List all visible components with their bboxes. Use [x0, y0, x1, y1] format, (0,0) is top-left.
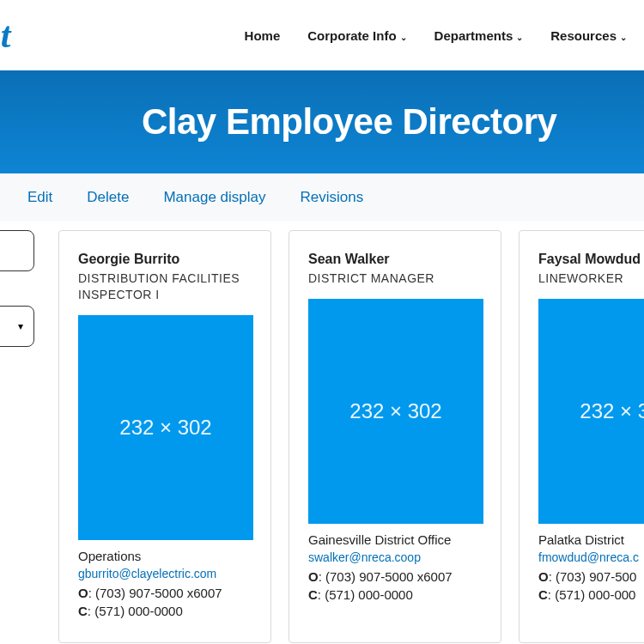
employee-department: Palatka District — [538, 532, 644, 547]
employee-cell-phone: C: (571) 000-000 — [538, 587, 644, 602]
tab-revisions[interactable]: Revisions — [301, 189, 364, 206]
primary-nav: Home Corporate Info ⌄ Departments ⌄ Reso… — [245, 28, 627, 43]
tab-delete[interactable]: Delete — [87, 189, 129, 206]
office-value: (703) 907-500 — [556, 569, 636, 584]
employee-department: Gainesville District Office — [308, 532, 482, 547]
employee-name: Sean Walker — [308, 252, 482, 267]
employee-cell-phone: C: (571) 000-0000 — [308, 587, 482, 602]
employee-title: DISTRICT MANAGER — [308, 270, 482, 287]
employee-office-phone: O: (703) 907-5000 x6007 — [78, 586, 252, 600]
employee-email[interactable]: fmowdud@nreca.c — [538, 550, 644, 564]
filter-sidebar: ▾ — [0, 230, 34, 643]
employee-office-phone: O: (703) 907-500 — [538, 569, 644, 584]
content-area: ▾ Georgie Burrito DISTRIBUTION FACILITIE… — [0, 222, 592, 643]
employee-title: LINEWORKER — [538, 270, 644, 287]
nav-resources-label: Resources — [550, 28, 617, 43]
hero-banner: Clay Employee Directory — [0, 70, 644, 173]
cell-label: C — [78, 604, 88, 618]
employee-email[interactable]: gburrito@clayelectric.com — [78, 567, 252, 580]
tab-edit[interactable]: Edit — [27, 189, 52, 206]
employee-name: Georgie Burrito — [78, 252, 252, 267]
employee-photo-placeholder: 232 × 302 — [538, 299, 644, 524]
nav-resources[interactable]: Resources ⌄ — [550, 28, 627, 43]
nav-corporate-info[interactable]: Corporate Info ⌄ — [307, 28, 406, 43]
top-navigation: et Home Corporate Info ⌄ Departments ⌄ R… — [0, 0, 644, 70]
office-value: (703) 907-5000 x6007 — [95, 586, 222, 600]
nav-corporate-info-label: Corporate Info — [307, 28, 396, 43]
employee-title: DISTRIBUTION FACILITIES INSPECTOR I — [78, 270, 252, 303]
chevron-down-icon: ⌄ — [620, 33, 627, 42]
employee-email[interactable]: swalker@nreca.coop — [308, 550, 482, 564]
cell-value: (571) 000-0000 — [94, 604, 183, 618]
employee-cards: Georgie Burrito DISTRIBUTION FACILITIES … — [58, 230, 644, 643]
chevron-down-icon: ⌄ — [400, 33, 407, 42]
employee-name: Faysal Mowdud — [538, 252, 644, 267]
chevron-down-icon: ▾ — [18, 320, 23, 332]
filter-select[interactable]: ▾ — [0, 306, 34, 347]
employee-card: Sean Walker DISTRICT MANAGER 232 × 302 G… — [289, 230, 501, 643]
employee-cell-phone: C: (571) 000-0000 — [78, 604, 252, 618]
chevron-down-icon: ⌄ — [516, 33, 523, 42]
nav-departments[interactable]: Departments ⌄ — [434, 28, 524, 43]
nav-departments-label: Departments — [434, 28, 513, 43]
nav-home[interactable]: Home — [245, 28, 281, 43]
employee-card: Georgie Burrito DISTRIBUTION FACILITIES … — [58, 230, 271, 643]
employee-card: Faysal Mowdud LINEWORKER 232 × 302 Palat… — [519, 230, 644, 643]
office-label: O — [538, 569, 549, 584]
cell-label: C — [308, 587, 318, 602]
employee-photo-placeholder: 232 × 302 — [78, 315, 253, 540]
tab-manage-display[interactable]: Manage display — [163, 189, 265, 206]
employee-department: Operations — [78, 549, 252, 563]
office-label: O — [78, 586, 88, 600]
nav-home-label: Home — [245, 28, 281, 43]
cell-value: (571) 000-000 — [555, 587, 635, 602]
employee-office-phone: O: (703) 907-5000 x6007 — [308, 569, 482, 584]
office-label: O — [308, 569, 319, 584]
cell-label: C — [538, 587, 548, 602]
cell-value: (571) 000-0000 — [325, 587, 413, 602]
admin-tabs: Edit Delete Manage display Revisions — [0, 173, 644, 222]
page-title: Clay Employee Directory — [142, 101, 556, 143]
search-input[interactable] — [0, 230, 34, 271]
employee-photo-placeholder: 232 × 302 — [308, 299, 483, 524]
office-value: (703) 907-5000 x6007 — [325, 569, 453, 584]
logo: et — [0, 15, 10, 56]
